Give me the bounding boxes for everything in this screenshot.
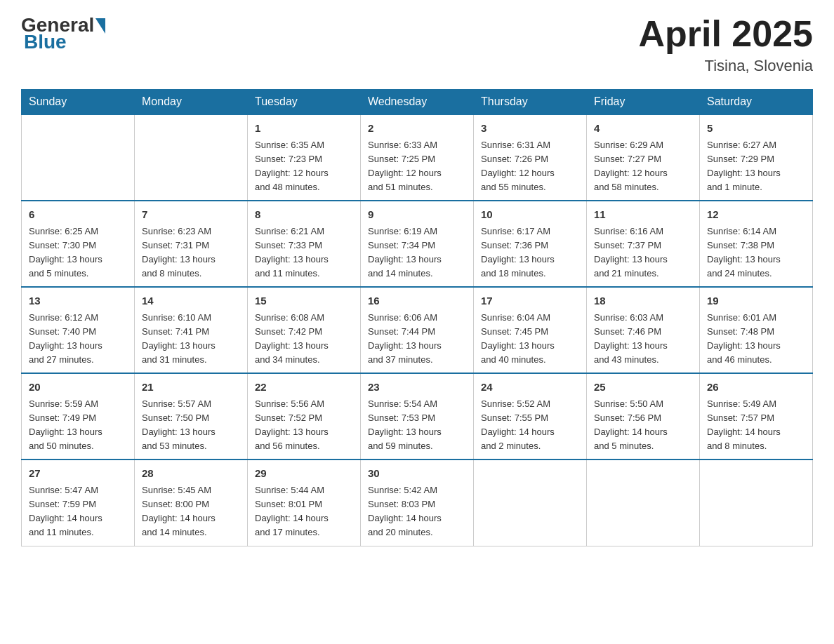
day-number: 9 bbox=[368, 207, 466, 223]
day-info: Sunrise: 6:01 AM Sunset: 7:48 PM Dayligh… bbox=[707, 311, 805, 368]
day-info: Sunrise: 6:23 AM Sunset: 7:31 PM Dayligh… bbox=[142, 224, 240, 281]
day-number: 22 bbox=[255, 380, 353, 396]
weekday-header-friday: Friday bbox=[587, 90, 700, 115]
day-info: Sunrise: 6:31 AM Sunset: 7:26 PM Dayligh… bbox=[481, 138, 579, 195]
calendar-day-5: 5Sunrise: 6:27 AM Sunset: 7:29 PM Daylig… bbox=[700, 114, 813, 201]
day-number: 28 bbox=[142, 466, 240, 482]
day-number: 3 bbox=[481, 121, 579, 137]
month-title: April 2025 bbox=[638, 14, 813, 54]
day-number: 14 bbox=[142, 293, 240, 309]
day-number: 6 bbox=[29, 207, 127, 223]
weekday-header-saturday: Saturday bbox=[700, 90, 813, 115]
day-number: 1 bbox=[255, 121, 353, 137]
calendar-day-7: 7Sunrise: 6:23 AM Sunset: 7:31 PM Daylig… bbox=[135, 201, 248, 287]
weekday-header-tuesday: Tuesday bbox=[248, 90, 361, 115]
day-number: 13 bbox=[29, 293, 127, 309]
day-number: 15 bbox=[255, 293, 353, 309]
day-number: 5 bbox=[707, 121, 805, 137]
weekday-header-sunday: Sunday bbox=[22, 90, 135, 115]
calendar-week-row: 13Sunrise: 6:12 AM Sunset: 7:40 PM Dayli… bbox=[22, 287, 813, 373]
calendar-day-6: 6Sunrise: 6:25 AM Sunset: 7:30 PM Daylig… bbox=[22, 201, 135, 287]
calendar-empty-cell bbox=[700, 459, 813, 546]
weekday-header-row: SundayMondayTuesdayWednesdayThursdayFrid… bbox=[22, 90, 813, 115]
day-info: Sunrise: 6:21 AM Sunset: 7:33 PM Dayligh… bbox=[255, 224, 353, 281]
day-number: 18 bbox=[594, 293, 692, 309]
calendar-day-15: 15Sunrise: 6:08 AM Sunset: 7:42 PM Dayli… bbox=[248, 287, 361, 373]
day-info: Sunrise: 5:54 AM Sunset: 7:53 PM Dayligh… bbox=[368, 397, 466, 454]
calendar-day-24: 24Sunrise: 5:52 AM Sunset: 7:55 PM Dayli… bbox=[474, 373, 587, 459]
day-number: 29 bbox=[255, 466, 353, 482]
calendar-day-8: 8Sunrise: 6:21 AM Sunset: 7:33 PM Daylig… bbox=[248, 201, 361, 287]
calendar-week-row: 1Sunrise: 6:35 AM Sunset: 7:23 PM Daylig… bbox=[22, 114, 813, 201]
calendar-day-2: 2Sunrise: 6:33 AM Sunset: 7:25 PM Daylig… bbox=[361, 114, 474, 201]
calendar-week-row: 20Sunrise: 5:59 AM Sunset: 7:49 PM Dayli… bbox=[22, 373, 813, 459]
calendar-day-17: 17Sunrise: 6:04 AM Sunset: 7:45 PM Dayli… bbox=[474, 287, 587, 373]
day-number: 2 bbox=[368, 121, 466, 137]
day-info: Sunrise: 6:04 AM Sunset: 7:45 PM Dayligh… bbox=[481, 311, 579, 368]
day-number: 17 bbox=[481, 293, 579, 309]
calendar-day-29: 29Sunrise: 5:44 AM Sunset: 8:01 PM Dayli… bbox=[248, 459, 361, 546]
day-info: Sunrise: 6:10 AM Sunset: 7:41 PM Dayligh… bbox=[142, 311, 240, 368]
day-number: 24 bbox=[481, 380, 579, 396]
day-number: 30 bbox=[368, 466, 466, 482]
day-number: 10 bbox=[481, 207, 579, 223]
day-number: 25 bbox=[594, 380, 692, 396]
page-header: General Blue April 2025 Tisina, Slovenia bbox=[21, 14, 813, 75]
day-info: Sunrise: 5:50 AM Sunset: 7:56 PM Dayligh… bbox=[594, 397, 692, 454]
day-info: Sunrise: 5:56 AM Sunset: 7:52 PM Dayligh… bbox=[255, 397, 353, 454]
calendar-day-12: 12Sunrise: 6:14 AM Sunset: 7:38 PM Dayli… bbox=[700, 201, 813, 287]
title-area: April 2025 Tisina, Slovenia bbox=[638, 14, 813, 75]
calendar-empty-cell bbox=[474, 459, 587, 546]
calendar-day-30: 30Sunrise: 5:42 AM Sunset: 8:03 PM Dayli… bbox=[361, 459, 474, 546]
location-subtitle: Tisina, Slovenia bbox=[638, 57, 813, 75]
calendar-table: SundayMondayTuesdayWednesdayThursdayFrid… bbox=[21, 89, 813, 546]
logo-triangle-icon bbox=[95, 18, 105, 34]
calendar-day-21: 21Sunrise: 5:57 AM Sunset: 7:50 PM Dayli… bbox=[135, 373, 248, 459]
calendar-day-19: 19Sunrise: 6:01 AM Sunset: 7:48 PM Dayli… bbox=[700, 287, 813, 373]
day-number: 23 bbox=[368, 380, 466, 396]
day-info: Sunrise: 5:57 AM Sunset: 7:50 PM Dayligh… bbox=[142, 397, 240, 454]
day-info: Sunrise: 6:19 AM Sunset: 7:34 PM Dayligh… bbox=[368, 224, 466, 281]
day-number: 4 bbox=[594, 121, 692, 137]
weekday-header-wednesday: Wednesday bbox=[361, 90, 474, 115]
day-info: Sunrise: 5:49 AM Sunset: 7:57 PM Dayligh… bbox=[707, 397, 805, 454]
calendar-day-13: 13Sunrise: 6:12 AM Sunset: 7:40 PM Dayli… bbox=[22, 287, 135, 373]
calendar-day-25: 25Sunrise: 5:50 AM Sunset: 7:56 PM Dayli… bbox=[587, 373, 700, 459]
calendar-day-4: 4Sunrise: 6:29 AM Sunset: 7:27 PM Daylig… bbox=[587, 114, 700, 201]
day-number: 7 bbox=[142, 207, 240, 223]
calendar-day-20: 20Sunrise: 5:59 AM Sunset: 7:49 PM Dayli… bbox=[22, 373, 135, 459]
day-info: Sunrise: 6:33 AM Sunset: 7:25 PM Dayligh… bbox=[368, 138, 466, 195]
day-info: Sunrise: 6:27 AM Sunset: 7:29 PM Dayligh… bbox=[707, 138, 805, 195]
day-number: 8 bbox=[255, 207, 353, 223]
day-number: 21 bbox=[142, 380, 240, 396]
day-info: Sunrise: 5:44 AM Sunset: 8:01 PM Dayligh… bbox=[255, 483, 353, 540]
calendar-day-28: 28Sunrise: 5:45 AM Sunset: 8:00 PM Dayli… bbox=[135, 459, 248, 546]
calendar-day-18: 18Sunrise: 6:03 AM Sunset: 7:46 PM Dayli… bbox=[587, 287, 700, 373]
weekday-header-thursday: Thursday bbox=[474, 90, 587, 115]
day-number: 27 bbox=[29, 466, 127, 482]
day-number: 20 bbox=[29, 380, 127, 396]
calendar-day-10: 10Sunrise: 6:17 AM Sunset: 7:36 PM Dayli… bbox=[474, 201, 587, 287]
calendar-day-1: 1Sunrise: 6:35 AM Sunset: 7:23 PM Daylig… bbox=[248, 114, 361, 201]
day-number: 12 bbox=[707, 207, 805, 223]
day-info: Sunrise: 5:47 AM Sunset: 7:59 PM Dayligh… bbox=[29, 483, 127, 540]
calendar-week-row: 6Sunrise: 6:25 AM Sunset: 7:30 PM Daylig… bbox=[22, 201, 813, 287]
calendar-day-27: 27Sunrise: 5:47 AM Sunset: 7:59 PM Dayli… bbox=[22, 459, 135, 546]
calendar-empty-cell bbox=[135, 114, 248, 201]
day-info: Sunrise: 5:42 AM Sunset: 8:03 PM Dayligh… bbox=[368, 483, 466, 540]
day-number: 11 bbox=[594, 207, 692, 223]
day-info: Sunrise: 6:35 AM Sunset: 7:23 PM Dayligh… bbox=[255, 138, 353, 195]
day-info: Sunrise: 5:45 AM Sunset: 8:00 PM Dayligh… bbox=[142, 483, 240, 540]
day-number: 16 bbox=[368, 293, 466, 309]
calendar-day-23: 23Sunrise: 5:54 AM Sunset: 7:53 PM Dayli… bbox=[361, 373, 474, 459]
calendar-day-16: 16Sunrise: 6:06 AM Sunset: 7:44 PM Dayli… bbox=[361, 287, 474, 373]
calendar-day-11: 11Sunrise: 6:16 AM Sunset: 7:37 PM Dayli… bbox=[587, 201, 700, 287]
day-number: 19 bbox=[707, 293, 805, 309]
logo: General Blue bbox=[21, 14, 105, 53]
weekday-header-monday: Monday bbox=[135, 90, 248, 115]
day-info: Sunrise: 5:59 AM Sunset: 7:49 PM Dayligh… bbox=[29, 397, 127, 454]
calendar-week-row: 27Sunrise: 5:47 AM Sunset: 7:59 PM Dayli… bbox=[22, 459, 813, 546]
calendar-empty-cell bbox=[22, 114, 135, 201]
day-info: Sunrise: 6:25 AM Sunset: 7:30 PM Dayligh… bbox=[29, 224, 127, 281]
day-info: Sunrise: 6:12 AM Sunset: 7:40 PM Dayligh… bbox=[29, 311, 127, 368]
